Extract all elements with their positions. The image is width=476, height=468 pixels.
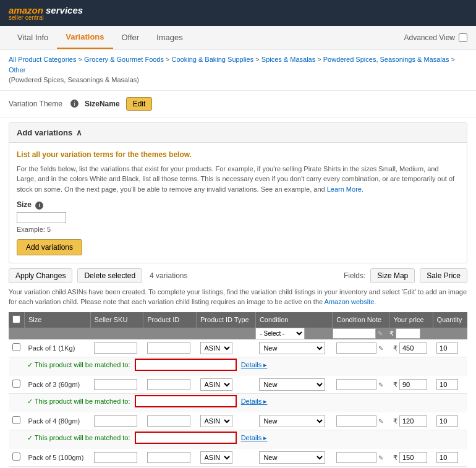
sale-price-button[interactable]: Sale Price [420,268,467,283]
advanced-view-label: Advanced View [404,33,456,42]
amazon-link[interactable]: Amazon website. [325,298,376,305]
table-row: Pack of 4 (80gm) ASIN EAN UPC - Select -… [9,412,467,430]
nav-tabs: Vital Info Variations Offer Images Advan… [0,26,476,49]
col-product-id: Product ID [143,312,197,328]
delete-selected-button[interactable]: Delete selected [77,268,142,283]
product-id-type-select-2[interactable]: ASIN EAN UPC [200,415,232,427]
match-input-1[interactable] [135,395,237,407]
product-id-type-select-1[interactable]: ASIN EAN UPC [200,378,232,391]
match-input-2[interactable] [135,432,237,444]
add-variations-section: Add variations List all your variation t… [9,122,467,263]
condition-note-input-1[interactable] [336,379,376,390]
cell-size-0: Pack of 1 (1Kg) [25,339,91,357]
row-checkbox-2[interactable] [12,416,20,424]
add-variations-header[interactable]: Add variations [9,123,467,143]
col-condition-note: Condition Note [333,312,389,328]
match-row-1: ✓ This product will be matched to: Detai… [9,393,467,412]
product-id-input-2[interactable] [147,415,190,427]
match-text-1: ✓ This product will be matched to: [27,398,130,405]
table-row: Pack of 5 (100gm) ASIN EAN UPC - Select … [9,449,467,467]
variation-theme-value: SizeName [85,100,120,108]
price-header[interactable] [396,328,420,339]
details-link-0[interactable]: Details ▸ [241,361,268,368]
chevron-up-icon [76,128,82,137]
qty-input-2[interactable] [436,415,458,427]
qty-input-3[interactable] [436,452,458,463]
nav-right: Advanced View [404,33,468,42]
col-size: Size [25,312,91,328]
breadcrumb-link[interactable]: Other [9,66,26,74]
variations-count: 4 variations [150,271,187,280]
row-checkbox-1[interactable] [12,380,20,388]
breadcrumb-link[interactable]: Powdered Spices, Seasonings & Masalas [323,56,449,63]
variation-desc: For the fields below, list the variation… [17,164,459,195]
col-quantity: Quantity [433,312,467,328]
table-toolbar: Apply Changes Delete selected 4 variatio… [9,268,467,283]
variation-theme-info-icon[interactable]: i [70,100,79,108]
condition-select-header[interactable]: - Select - New Used - Like New [255,328,305,339]
qty-input-1[interactable] [436,379,458,390]
col-seller-sku: Seller SKU [90,312,143,328]
pencil-icon: ✎ [378,381,383,388]
price-input-1[interactable] [399,379,427,390]
match-row-0: ✓ This product will be matched to: Detai… [9,357,467,376]
condition-note-input-0[interactable] [336,342,376,354]
condition-note-input-3[interactable] [336,452,376,463]
row-checkbox-0[interactable] [12,343,20,351]
breadcrumb-link[interactable]: Spices & Masalas [261,56,315,63]
product-id-input-0[interactable] [147,342,190,354]
product-id-type-select-0[interactable]: ASIN EAN UPC [200,342,232,354]
tab-offer[interactable]: Offer [113,27,148,48]
price-input-3[interactable] [399,452,427,463]
product-id-type-select-3[interactable]: ASIN EAN UPC [200,451,232,464]
price-input-2[interactable] [399,415,427,427]
tab-images[interactable]: Images [148,27,192,48]
edit-button[interactable]: Edit [126,97,153,111]
apply-changes-button[interactable]: Apply Changes [9,268,72,283]
tab-vital-info[interactable]: Vital Info [9,27,57,48]
details-link-1[interactable]: Details ▸ [241,398,268,405]
breadcrumb: All Product Categories > Grocery & Gourm… [0,49,476,91]
condition-select-0[interactable]: - Select - New Used - Like New [259,342,325,354]
qty-input-0[interactable] [436,342,458,354]
tab-variations[interactable]: Variations [57,26,113,49]
condition-note-input-2[interactable] [336,415,376,427]
condition-select-2[interactable]: - Select - New Used - Like New [259,415,325,427]
product-id-input-3[interactable] [147,452,190,463]
row-checkbox-3[interactable] [12,453,20,461]
size-label: Size i [17,200,459,210]
col-condition: Condition [255,312,332,328]
size-input[interactable] [17,212,66,223]
header: amazon services seller central [0,0,476,26]
seller-sku-input-2[interactable] [94,415,137,427]
variation-theme-row: Variation Theme i SizeName Edit [0,91,476,117]
condition-select-3[interactable]: - Select - New Used - Like New [259,451,325,464]
advanced-view-checkbox[interactable] [459,33,467,42]
price-input-0[interactable] [399,342,427,354]
cell-size-2: Pack of 4 (80gm) [25,412,91,430]
seller-sku-input-3[interactable] [94,452,137,463]
example-text: Example: 5 [17,226,459,233]
match-text-2: ✓ This product will be matched to: [27,434,130,441]
add-variations-body: List all your variation terms for the th… [9,143,467,263]
match-input-0[interactable] [135,359,237,371]
size-info-icon[interactable]: i [35,202,43,210]
condition-select-1[interactable]: - Select - New Used - Like New [259,378,325,391]
cell-size-1: Pack of 3 (60gm) [25,376,91,394]
condition-note-header[interactable] [333,328,376,339]
product-id-input-1[interactable] [147,379,190,390]
add-variations-button[interactable]: Add variations [17,239,82,255]
breadcrumb-link[interactable]: All Product Categories [9,56,76,63]
amazon-logo: amazon services seller central [9,5,83,21]
match-text-0: ✓ This product will be matched to: [27,361,130,368]
breadcrumb-link[interactable]: Cooking & Baking Supplies [172,56,254,63]
learn-more-link[interactable]: Learn More. [327,185,363,193]
seller-sku-input-1[interactable] [94,379,137,390]
seller-sku-input-0[interactable] [94,342,137,354]
notice-text: Your variation child ASINs have been cre… [9,287,467,307]
size-map-button[interactable]: Size Map [370,268,415,283]
pencil-icon: ✎ [378,330,383,337]
breadcrumb-link[interactable]: Grocery & Gourmet Foods [84,56,164,63]
details-link-2[interactable]: Details ▸ [241,434,268,441]
select-all-checkbox[interactable] [12,315,20,323]
